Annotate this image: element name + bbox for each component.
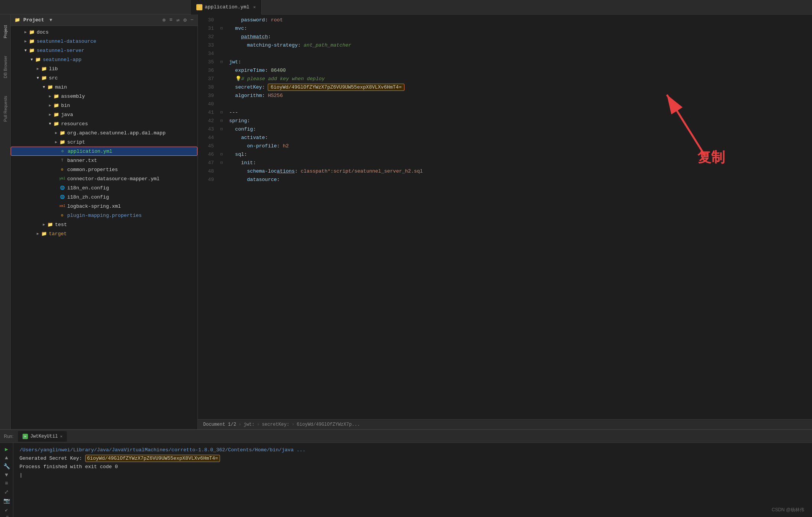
code-line-43: config: bbox=[229, 125, 812, 134]
tree-item-assembly[interactable]: ▶ 📁 assembly bbox=[11, 92, 197, 101]
folder-target-icon: 📁 bbox=[40, 230, 47, 237]
tree-item-main[interactable]: ▼ 📁 main bbox=[11, 82, 197, 92]
gutter-36 bbox=[218, 66, 225, 75]
settings-icon[interactable]: ⚙ bbox=[183, 17, 186, 23]
bottom-tab-label: JwtKeyUtil bbox=[30, 434, 58, 439]
print-icon[interactable]: 🖨 bbox=[2, 515, 11, 517]
gutter-46: ⊟ bbox=[218, 150, 225, 159]
tree-item-docs[interactable]: ▶ 📁 docs bbox=[11, 27, 197, 37]
breadcrumb-sep-3: › bbox=[292, 422, 294, 427]
tree-item-application-yml[interactable]: ⚙ application.yml bbox=[11, 147, 197, 156]
tree-label-org: org.apache.seatunnel.app.dal.mapp bbox=[67, 130, 165, 136]
sidebar-item-db-browser[interactable]: DB Browser bbox=[2, 53, 9, 81]
run-button[interactable]: ▶ bbox=[2, 446, 11, 452]
line-num-38: 38 bbox=[198, 83, 214, 92]
tree-item-resources[interactable]: ▼ 📁 resources bbox=[11, 119, 197, 128]
wrench-icon[interactable]: 🔧 bbox=[2, 463, 11, 470]
gutter-41: ⊟ bbox=[218, 108, 225, 117]
code-area[interactable]: password: root mvc: pathmatch: matching-… bbox=[225, 15, 812, 419]
line-num-46: 46 bbox=[198, 150, 214, 159]
project-dropdown[interactable]: ▼ bbox=[50, 18, 52, 23]
code-line-45: on-profile: h2 bbox=[229, 142, 812, 150]
code-line-38: secretKey: 6ioyWd/49GlOfZYWzX7pZ6VU9UW55… bbox=[229, 83, 812, 92]
tree-item-connector-yml[interactable]: yml connector-datasource-mapper.yml bbox=[11, 174, 197, 183]
gutter-44 bbox=[218, 134, 225, 142]
line-num-37: 37 bbox=[198, 75, 214, 83]
code-line-37: 💡# please add key when deploy bbox=[229, 75, 812, 83]
code-line-47: init: bbox=[229, 159, 812, 167]
expand-icon[interactable]: ⤢ bbox=[2, 489, 11, 495]
line-num-47: 47 bbox=[198, 159, 214, 167]
close-tab-button[interactable]: ✕ bbox=[253, 5, 256, 10]
tree-label-docs: docs bbox=[37, 29, 49, 35]
folder-server-icon: 📁 bbox=[28, 47, 35, 54]
align-icon[interactable]: ≡ bbox=[2, 480, 11, 486]
sort-icon[interactable]: ≡ bbox=[169, 17, 172, 23]
folder-script-icon: 📁 bbox=[59, 139, 66, 145]
tree-item-common-props[interactable]: ⚙ common.properties bbox=[11, 165, 197, 174]
tree-label-plugin-props: plugin-mapping.properties bbox=[67, 213, 142, 218]
console-cursor: | bbox=[19, 471, 806, 480]
locate-icon[interactable]: ⊕ bbox=[162, 17, 165, 23]
tree-label-i18n-zh: i18n_zh.config bbox=[67, 194, 109, 200]
tree-item-org-apache[interactable]: ▶ 📁 org.apache.seatunnel.app.dal.mapp bbox=[11, 128, 197, 137]
tree-item-datasource[interactable]: ▶ 📁 seatunnel-datasource bbox=[11, 37, 197, 46]
line-num-30: 30 bbox=[198, 16, 214, 24]
line-num-31: 31 bbox=[198, 24, 214, 33]
main-area: Project DB Browser Pull Requests 📁 Proje… bbox=[0, 15, 812, 429]
tree-item-src[interactable]: ▼ 📁 src bbox=[11, 73, 197, 82]
folder-src-icon: 📁 bbox=[40, 74, 47, 81]
tree-item-banner[interactable]: T banner.txt bbox=[11, 156, 197, 165]
tree-label-target: target bbox=[49, 231, 67, 237]
tree-item-java[interactable]: ▶ 📁 java bbox=[11, 110, 197, 119]
bottom-tab-jwtutil[interactable]: ▶ JwtKeyUtil ✕ bbox=[18, 431, 67, 442]
tree-item-plugin-props[interactable]: ⚙ plugin-mapping.properties bbox=[11, 211, 197, 220]
minimize-icon[interactable]: − bbox=[191, 17, 194, 23]
scroll-down-button[interactable]: ▼ bbox=[2, 472, 11, 478]
breadcrumb-value: 6ioyWd/49GlOfZYWzX7p... bbox=[297, 422, 360, 427]
console-path-text: /Users/yanglinwei/Library/Java/JavaVirtu… bbox=[19, 447, 306, 453]
line-num-32: 32 bbox=[198, 33, 214, 41]
line-num-35: 35 bbox=[198, 58, 214, 66]
code-line-30: password: root bbox=[229, 16, 812, 24]
tree-label-assembly: assembly bbox=[61, 94, 85, 99]
run-label: Run: bbox=[4, 434, 13, 439]
filter-icon[interactable]: ⇌ bbox=[176, 17, 180, 23]
tree-item-target[interactable]: ▶ 📁 target bbox=[11, 229, 197, 238]
camera-icon[interactable]: 📷 bbox=[2, 498, 11, 504]
tree-item-script[interactable]: ▶ 📁 script bbox=[11, 137, 197, 147]
line-num-42: 42 bbox=[198, 117, 214, 125]
tree-label-datasource: seatunnel-datasource bbox=[37, 39, 96, 44]
editor-area: 30 31 32 33 34 35 36 37 38 39 40 41 42 4… bbox=[198, 15, 812, 429]
tree-item-logback[interactable]: xml logback-spring.xml bbox=[11, 202, 197, 211]
editor-tab-label: application.yml bbox=[205, 4, 249, 10]
tree-item-i18n-en[interactable]: 🌐 i18n_en.config bbox=[11, 183, 197, 192]
tree-item-test[interactable]: ▶ 📁 test bbox=[11, 220, 197, 229]
tree-item-bin[interactable]: ▶ 📁 bin bbox=[11, 101, 197, 110]
code-line-35: jwt: bbox=[229, 58, 812, 66]
sidebar-item-pull-requests[interactable]: Pull Requests bbox=[2, 93, 9, 125]
tree-item-lib[interactable]: ▶ 📁 lib bbox=[11, 64, 197, 73]
gutter-48 bbox=[218, 167, 225, 176]
close-bottom-tab[interactable]: ✕ bbox=[60, 434, 62, 439]
line-num-45: 45 bbox=[198, 142, 214, 150]
import-icon[interactable]: ↙ bbox=[2, 506, 11, 513]
panel-header: 📁 Project ▼ ⊕ ≡ ⇌ ⚙ − bbox=[11, 15, 197, 26]
scroll-up-button[interactable]: ▲ bbox=[2, 455, 11, 461]
tree-label-app: seatunnel-app bbox=[43, 57, 81, 63]
folder-org-icon: 📁 bbox=[59, 129, 66, 136]
editor-tab[interactable]: Y application.yml ✕ bbox=[191, 0, 262, 15]
panel-header-icons: ⊕ ≡ ⇌ ⚙ − bbox=[162, 17, 194, 23]
tree-item-i18n-zh[interactable]: 🌐 i18n_zh.config bbox=[11, 192, 197, 202]
folder-resources-icon: 📁 bbox=[53, 120, 60, 127]
run-icon: ▶ bbox=[23, 434, 28, 439]
gutter-31: ⊟ bbox=[218, 24, 225, 33]
line-num-39: 39 bbox=[198, 92, 214, 100]
file-tree-panel: 📁 Project ▼ ⊕ ≡ ⇌ ⚙ − ▶ 📁 docs ▶ bbox=[11, 15, 198, 429]
tree-label-java: java bbox=[61, 112, 73, 118]
tree-item-server[interactable]: ▼ 📁 seatunnel-server bbox=[11, 46, 197, 55]
tree-item-app[interactable]: ▼ 📁 seatunnel-app bbox=[11, 55, 197, 64]
txt-icon: T bbox=[59, 157, 66, 164]
sidebar-item-project[interactable]: Project bbox=[2, 22, 9, 41]
gutter-30 bbox=[218, 16, 225, 24]
